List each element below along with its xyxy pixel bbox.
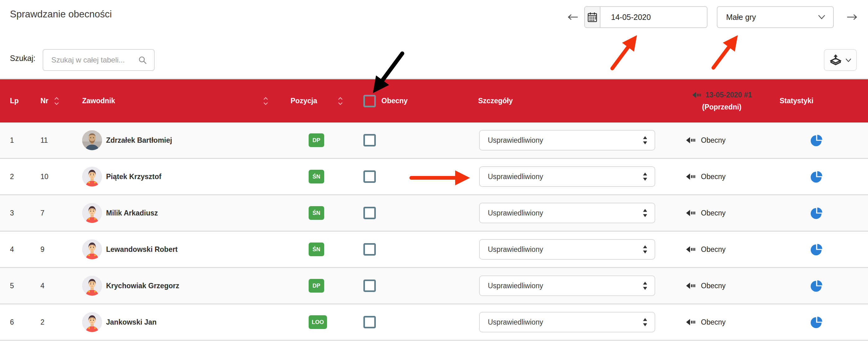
arrow-left-icon: [567, 14, 579, 21]
present-checkbox[interactable]: [363, 243, 376, 256]
present-cell: [351, 268, 460, 304]
row-index: 1: [0, 123, 31, 158]
pie-chart-icon[interactable]: [810, 316, 823, 329]
stats-cell: [778, 195, 868, 231]
present-checkbox[interactable]: [363, 280, 376, 292]
previous-status: Obecny: [701, 282, 725, 290]
present-cell: [351, 232, 460, 267]
row-index: 3: [0, 195, 31, 231]
select-spinner-icon: [643, 317, 648, 327]
column-header-position[interactable]: Pozycja: [274, 79, 351, 123]
position-cell: DP: [274, 268, 351, 304]
details-select[interactable]: Usprawiedliwiony: [479, 203, 655, 223]
previous-status-cell: Obecny: [666, 123, 778, 158]
previous-day-icon: [685, 318, 696, 326]
search-box: [42, 49, 155, 71]
details-select-value: Usprawiedliwiony: [488, 172, 543, 181]
sort-icon[interactable]: [337, 96, 343, 106]
date-input[interactable]: [600, 7, 708, 27]
select-spinner-icon: [643, 208, 648, 218]
details-select-value: Usprawiedliwiony: [488, 318, 543, 326]
previous-status: Obecny: [701, 172, 725, 181]
chevron-down-icon: [845, 58, 851, 62]
position-badge: DP: [309, 279, 324, 292]
row-index: 6: [0, 305, 31, 340]
previous-status-cell: Obecny: [666, 159, 778, 194]
position-cell: LOO: [274, 305, 351, 340]
table-row: 1 11: [0, 123, 868, 159]
export-button[interactable]: [824, 49, 857, 71]
search-label: Szukaj:: [10, 54, 35, 63]
details-select[interactable]: Usprawiedliwiony: [479, 276, 655, 296]
player-number: 2: [31, 305, 73, 340]
pie-chart-icon[interactable]: [810, 207, 823, 220]
details-cell: Usprawiedliwiony: [460, 305, 666, 340]
previous-day-icon: [685, 282, 696, 289]
position-cell: DP: [274, 123, 351, 158]
event-type-select[interactable]: Małe gry: [717, 6, 834, 28]
present-checkbox[interactable]: [363, 170, 376, 183]
details-select-value: Usprawiedliwiony: [488, 282, 543, 290]
select-spinner-icon: [643, 245, 648, 254]
search-icon: [138, 55, 147, 65]
table-header: Lp Nr Zawodnik Pozycja: [0, 79, 868, 123]
player-cell: Krychowiak Grzegorz: [73, 268, 274, 304]
column-header-stats: Statystyki: [778, 79, 868, 123]
player-cell: Milik Arkadiusz: [73, 195, 274, 231]
sort-icon[interactable]: [262, 96, 269, 106]
calendar-icon: [587, 11, 598, 23]
details-cell: Usprawiedliwiony: [460, 195, 666, 231]
avatar: [82, 240, 102, 259]
player-name: Zdrzałek Bartłomiej: [106, 136, 172, 145]
chevron-down-icon: [817, 14, 826, 20]
search-row: Szukaj:: [0, 40, 868, 78]
details-select[interactable]: Usprawiedliwiony: [479, 239, 655, 260]
column-header-nr[interactable]: Nr: [31, 79, 73, 123]
player-name: Piątek Krzysztof: [106, 172, 161, 181]
present-checkbox[interactable]: [363, 207, 376, 219]
details-select[interactable]: Usprawiedliwiony: [479, 312, 655, 333]
row-index: 5: [0, 268, 31, 304]
position-badge: DP: [309, 133, 324, 147]
pie-chart-icon[interactable]: [810, 170, 823, 183]
present-checkbox[interactable]: [363, 134, 376, 147]
player-cell: Lewandowski Robert: [73, 232, 274, 267]
calendar-button[interactable]: [585, 7, 600, 27]
pie-chart-icon[interactable]: [810, 243, 823, 256]
present-cell: [351, 159, 460, 194]
present-checkbox[interactable]: [363, 316, 376, 328]
pie-chart-icon[interactable]: [810, 279, 823, 292]
details-cell: Usprawiedliwiony: [460, 159, 666, 194]
sort-icon[interactable]: [54, 96, 60, 106]
details-select[interactable]: Usprawiedliwiony: [479, 130, 655, 151]
details-cell: Usprawiedliwiony: [460, 232, 666, 267]
position-cell: ŚN: [274, 195, 351, 231]
row-index: 2: [0, 159, 31, 194]
present-cell: [351, 305, 460, 340]
select-spinner-icon: [643, 281, 648, 290]
search-input[interactable]: [43, 55, 138, 65]
position-badge: ŚN: [309, 243, 324, 256]
player-cell: Piątek Krzysztof: [73, 159, 274, 194]
pie-chart-icon[interactable]: [810, 134, 823, 147]
player-cell: Jankowski Jan: [73, 305, 274, 340]
attendance-page: Sprawdzanie obecności: [0, 0, 868, 347]
previous-status: Obecny: [701, 245, 725, 254]
select-all-checkbox[interactable]: [363, 95, 376, 107]
date-controls: Małe gry: [566, 6, 859, 28]
stats-cell: [778, 305, 868, 340]
details-select-value: Usprawiedliwiony: [488, 245, 543, 254]
column-header-player[interactable]: Zawodnik: [73, 79, 274, 123]
next-date-button[interactable]: [845, 6, 859, 28]
position-cell: ŚN: [274, 232, 351, 267]
details-cell: Usprawiedliwiony: [460, 268, 666, 304]
arrow-right-icon: [846, 14, 858, 21]
column-header-lp[interactable]: Lp: [0, 79, 31, 123]
avatar: [82, 167, 102, 187]
previous-status: Obecny: [701, 209, 725, 217]
previous-date-button[interactable]: [566, 6, 580, 28]
column-header-details: Szczegóły: [460, 79, 666, 123]
avatar: [82, 312, 102, 332]
column-header-previous[interactable]: 13-05-2020 #1 (Poprzedni): [666, 79, 778, 123]
details-select[interactable]: Usprawiedliwiony: [479, 166, 655, 187]
